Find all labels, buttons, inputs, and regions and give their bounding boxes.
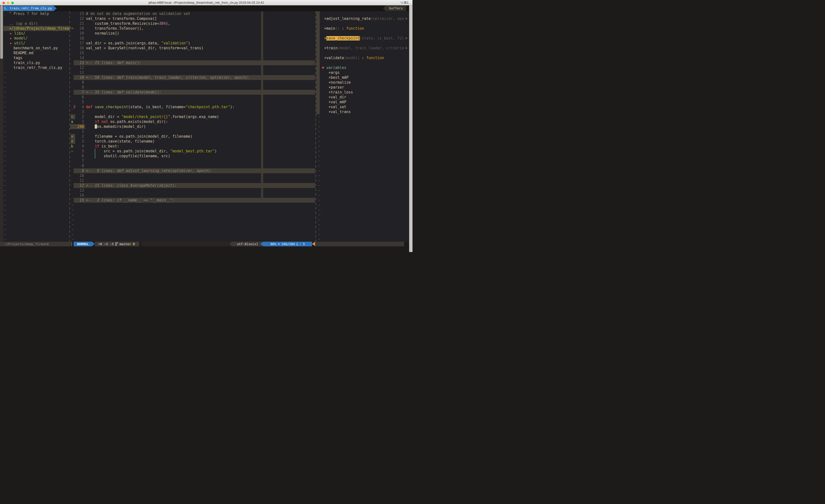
text-token: +parser xyxy=(328,85,344,90)
code-line[interactable]: 23# do not do data augmentation on valid… xyxy=(70,11,315,16)
tag-item[interactable]: +train(model, train_loader, criterio> xyxy=(316,46,409,51)
tag-item[interactable]: +val_trans xyxy=(316,109,409,114)
tree-item[interactable]: ▸ util/ xyxy=(3,41,70,46)
code-line[interactable]: 8 xyxy=(70,85,315,90)
folded-region[interactable]: 9+-- 9 lines: def adjust_learning_rate(o… xyxy=(70,168,315,173)
code-line[interactable]: 20 transforms.ToTensor(), xyxy=(70,26,315,31)
left-scrollbar[interactable] xyxy=(0,5,3,242)
text-token: not xyxy=(101,119,108,124)
code-line[interactable]: _34def save_checkpoint(state, is_best, f… xyxy=(70,104,315,109)
window-shortcut-badge: ⌥⌘1 xyxy=(400,0,408,5)
line-number: 19 xyxy=(74,31,84,36)
code-line[interactable]: a1 if not os.path.exists(model_dir): xyxy=(70,119,315,124)
nerdtree-panel[interactable]: " Press ? for help.. (up a dir)</jdhao/P… xyxy=(3,11,70,242)
window-separator-left[interactable] xyxy=(70,11,70,242)
empty-line-tilde: ~ xyxy=(3,154,70,159)
tree-item[interactable]: train_retr_from_cls.py xyxy=(3,65,70,70)
empty-line-tilde: ~ xyxy=(316,119,409,124)
code-line[interactable]: 15 xyxy=(70,51,315,56)
tag-item[interactable]: +val_dir xyxy=(316,95,409,100)
code-line[interactable]: 22val_trans = transforms.Compose([ xyxy=(70,16,315,21)
text-token: +val_dir xyxy=(328,95,346,99)
code-line[interactable]: 8 xyxy=(70,163,315,168)
code-line[interactable]: 7 xyxy=(70,159,315,163)
tree-item[interactable]: </jdhao/Projects/deep_firear> xyxy=(3,26,70,31)
code-line[interactable]: +3 torch.save(state, filename) xyxy=(70,139,315,144)
tag-item[interactable]: +validate(model) : function xyxy=(316,56,409,60)
left-scrollbar-thumb[interactable] xyxy=(0,5,3,59)
code-line[interactable]: 246 os.makedirs(model_dir) xyxy=(70,124,315,129)
text-token: (state, is_best, fil xyxy=(360,36,404,40)
code-line[interactable]: 21 custom_transform.Resize(size=384), xyxy=(70,21,315,26)
right-scrollbar[interactable] xyxy=(409,5,412,252)
tree-item[interactable]: ▸ model/ xyxy=(3,36,70,41)
tree-item[interactable]: " Press ? for help xyxy=(3,11,70,16)
folded-region[interactable]: 7+-- 35 lines: def validate(model): xyxy=(70,90,315,95)
tag-item[interactable]: +adjust_learning_rate(optimizer, epo> xyxy=(316,16,409,21)
window-separator-right[interactable] xyxy=(315,11,316,242)
cursor-block xyxy=(95,124,97,129)
text-token: model/ xyxy=(14,36,27,40)
tag-item[interactable]: +save_checkpoint(state, is_best, fil> xyxy=(316,36,409,41)
text-token: save_checkpoint xyxy=(326,36,360,40)
code-line[interactable]: 11 xyxy=(70,178,315,183)
code-line[interactable]: 6 shutil.copyfile(filename, src) xyxy=(70,154,315,159)
folded-region[interactable]: 10+-- 50 lines: def train(model, train_l… xyxy=(70,75,315,80)
tag-item[interactable]: +main() : function xyxy=(316,26,409,31)
code-line[interactable]: ~2 model_dir = "model/check_point/{}".fo… xyxy=(70,114,315,119)
empty-line-tilde: ~ xyxy=(316,159,409,163)
tree-item[interactable]: tags xyxy=(3,56,70,60)
tag-item[interactable]: +parser xyxy=(316,85,409,90)
tag-item[interactable]: +train_loss xyxy=(316,90,409,95)
code-line[interactable]: 11 xyxy=(70,70,315,75)
tag-item[interactable]: +best_mAP xyxy=(316,75,409,80)
line-number: 4 xyxy=(74,144,84,149)
line-number: 1 xyxy=(74,129,84,134)
text-token: val_dir = os.path.join(args.data, xyxy=(86,41,161,46)
empty-line-tilde: ~ xyxy=(316,232,409,237)
tag-item[interactable]: +args xyxy=(316,70,409,75)
code-line[interactable]: 3 xyxy=(70,109,315,114)
gutter-sign: + xyxy=(71,134,73,139)
code-line[interactable]: 14 xyxy=(70,56,315,60)
editor-panel[interactable]: 23# do not do data augmentation on valid… xyxy=(70,11,315,242)
code-line[interactable]: 18 xyxy=(70,36,315,41)
code-line[interactable]: 14 xyxy=(70,193,315,198)
tree-item[interactable]: train_cls.py xyxy=(3,60,70,65)
tree-item[interactable]: ▸ libs/ xyxy=(3,31,70,36)
tree-item[interactable]: benchmark_on_test.py xyxy=(3,46,70,51)
code-line[interactable]: +2 filename = os.path.join(model_dir, fi… xyxy=(70,134,315,139)
encoding-segment: utf-8[unix] xyxy=(232,242,263,246)
code-line[interactable]: 6 xyxy=(70,95,315,100)
tag-item[interactable]: ▼ variables xyxy=(316,65,409,70)
code-line[interactable]: 5 xyxy=(70,100,315,104)
tag-item[interactable]: +normalize xyxy=(316,80,409,85)
text-token: " Press ? for help xyxy=(9,11,49,16)
code-line[interactable]: 19 normalize]) xyxy=(70,31,315,36)
tagbar-panel[interactable]: +adjust_learning_rate(optimizer, epo>+ma… xyxy=(316,11,409,242)
tab-train-retr-from-cls[interactable]: 1. train_retr_from_cls.py xyxy=(1,6,54,11)
text-token: +args xyxy=(328,70,340,75)
code-line[interactable]: 1 xyxy=(70,129,315,134)
buffers-label[interactable]: buffers xyxy=(386,6,406,11)
tag-item[interactable]: +val_set xyxy=(316,104,409,109)
vim-command-line[interactable] xyxy=(0,246,412,252)
code-line[interactable]: 9 xyxy=(70,80,315,85)
filename-segment: train_retr_from_cls.py python xyxy=(141,242,232,246)
folded-region[interactable]: 15+-- 2 lines: if __name__ == "__main__"… xyxy=(70,198,315,203)
code-line[interactable]: 17val_dir = os.path.join(args.data, "val… xyxy=(70,41,315,46)
folded-region[interactable]: 13+-- 73 lines: def main(): xyxy=(70,60,315,65)
tree-item[interactable]: README.md xyxy=(3,51,70,56)
code-line[interactable]: 16val_set = QuerySet(root=val_dir, trans… xyxy=(70,46,315,51)
tree-item[interactable]: .. (up a dir) xyxy=(3,21,70,26)
code-line[interactable]: 13 xyxy=(70,188,315,193)
folded-region[interactable]: 12+-- 15 lines: class AverageMeter(objec… xyxy=(70,183,315,188)
code-line[interactable]: b4 if is_best: xyxy=(70,144,315,149)
empty-line-tilde: ~ xyxy=(316,188,409,193)
tag-item[interactable]: +val_mAP xyxy=(316,100,409,104)
code-line[interactable]: ~5 src = os.path.join(model_dir, "model_… xyxy=(70,149,315,154)
line-number: 9 xyxy=(74,80,84,85)
code-line[interactable]: 10 xyxy=(70,173,315,178)
code-line[interactable]: 12 xyxy=(70,65,315,70)
tab-arrow-icon xyxy=(54,6,57,11)
